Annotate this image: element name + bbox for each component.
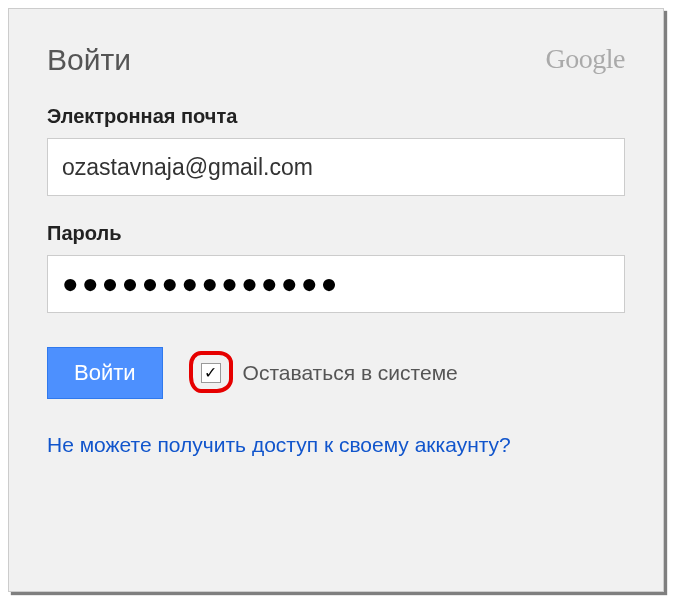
- google-logo: Google: [546, 43, 625, 75]
- cant-access-link[interactable]: Не можете получить доступ к своему аккау…: [47, 429, 511, 461]
- signin-button[interactable]: Войти: [47, 347, 163, 399]
- action-row: Войти ✓ Оставаться в системе: [47, 347, 625, 399]
- stay-signed-in-label: Оставаться в системе: [243, 361, 458, 385]
- page-title: Войти: [47, 43, 131, 77]
- password-label: Пароль: [47, 222, 625, 245]
- header-row: Войти Google: [47, 43, 625, 77]
- password-field[interactable]: [47, 255, 625, 313]
- email-field[interactable]: [47, 138, 625, 196]
- check-icon: ✓: [204, 365, 217, 381]
- stay-signed-in-checkbox[interactable]: ✓: [201, 363, 221, 383]
- email-label: Электронная почта: [47, 105, 625, 128]
- stay-signed-in-wrapper: ✓ Оставаться в системе: [201, 361, 458, 385]
- login-panel: Войти Google Электронная почта Пароль Во…: [8, 8, 664, 592]
